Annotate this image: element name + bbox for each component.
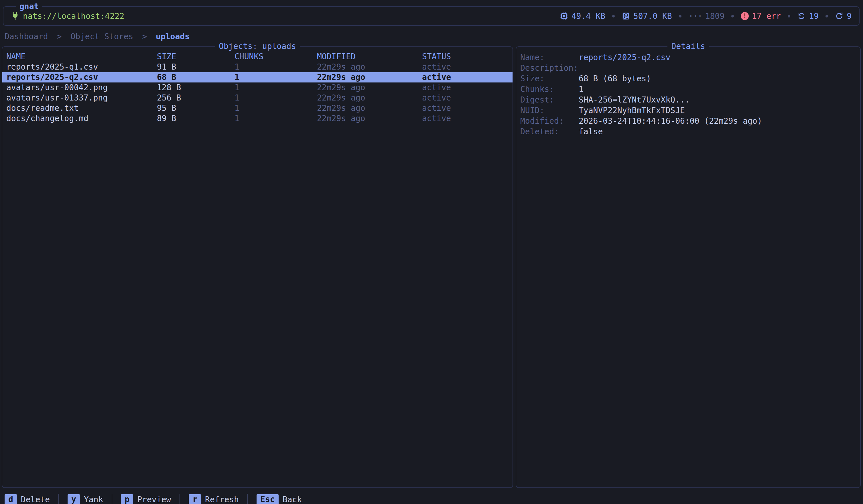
table-row[interactable]: reports/2025-q1.csv 91 B 1 22m29s ago ac… xyxy=(2,62,513,72)
keybinding[interactable]: y Yank xyxy=(67,494,103,504)
stat-errors: ! 17 err xyxy=(741,11,781,21)
cell-name: avatars/usr-01337.png xyxy=(6,93,157,103)
keybar-separator xyxy=(247,494,248,504)
breadcrumb-separator: > xyxy=(142,32,147,41)
cell-status: active xyxy=(422,83,509,93)
cell-name: docs/readme.txt xyxy=(6,103,157,113)
field-label: Modified: xyxy=(520,116,579,126)
keybinding-label: Delete xyxy=(21,495,50,504)
keybar: d Delete y Yank p Preview r Refresh Esc … xyxy=(4,494,863,504)
cell-modified: 22m29s ago xyxy=(317,83,422,93)
cell-name: reports/2025-q2.csv xyxy=(6,72,157,83)
keycap[interactable]: y xyxy=(67,494,80,504)
cell-chunks: 1 xyxy=(235,83,317,93)
table-row[interactable]: docs/changelog.md 89 B 1 22m29s ago acti… xyxy=(2,113,513,124)
details-field: NUID: TyaNVP22NyhBmTkFxTDSJE xyxy=(520,105,856,116)
dot-separator xyxy=(731,15,734,17)
stat-in-bytes-value: 49.4 KB xyxy=(572,11,605,21)
field-label: Description: xyxy=(520,63,579,73)
field-label: Name: xyxy=(520,52,579,63)
details-field: Digest: SHA-256=lZYNt7UxvXkQ... xyxy=(520,94,856,105)
field-label: Size: xyxy=(520,73,579,84)
dot-separator xyxy=(612,15,615,17)
cell-size: 91 B xyxy=(157,62,235,72)
cell-status: active xyxy=(422,103,509,113)
cell-size: 95 B xyxy=(157,103,235,113)
cell-status: active xyxy=(422,72,509,83)
objects-table: NAME SIZE CHUNKS MODIFIED STATUS reports… xyxy=(2,52,513,124)
keybinding[interactable]: p Preview xyxy=(121,494,171,504)
cell-name: docs/changelog.md xyxy=(6,113,157,124)
details-field: Size: 68 B (68 bytes) xyxy=(520,73,856,84)
column-header-size: SIZE xyxy=(157,52,235,62)
table-row[interactable]: avatars/usr-00042.png 128 B 1 22m29s ago… xyxy=(2,83,513,93)
keybinding-label: Refresh xyxy=(205,495,239,504)
breadcrumb-item-dashboard[interactable]: Dashboard xyxy=(4,32,48,41)
cell-chunks: 1 xyxy=(235,72,317,83)
cell-size: 128 B xyxy=(157,83,235,93)
keybar-separator xyxy=(59,494,59,504)
column-header-name: NAME xyxy=(6,52,157,62)
details-panel-title: Details xyxy=(667,41,709,51)
keycap[interactable]: Esc xyxy=(257,494,279,504)
table-row[interactable]: reports/2025-q2.csv 68 B 1 22m29s ago ac… xyxy=(2,72,513,83)
details-field: Chunks: 1 xyxy=(520,84,856,94)
cell-modified: 22m29s ago xyxy=(317,113,422,124)
field-label: Digest: xyxy=(520,94,579,105)
error-icon: ! xyxy=(741,12,749,20)
keybinding-label: Yank xyxy=(84,495,103,504)
table-row[interactable]: avatars/usr-01337.png 256 B 1 22m29s ago… xyxy=(2,93,513,103)
keybar-separator xyxy=(179,494,180,504)
field-label: Deleted: xyxy=(520,126,579,137)
connection-status: nats://localhost:4222 xyxy=(11,11,124,21)
cell-chunks: 1 xyxy=(235,62,317,72)
objects-panel: Objects: uploads NAME SIZE CHUNKS MODIFI… xyxy=(2,46,513,488)
messages-icon: ··· xyxy=(688,12,702,20)
cell-name: avatars/usr-00042.png xyxy=(6,83,157,93)
cell-size: 256 B xyxy=(157,93,235,103)
cell-status: active xyxy=(422,93,509,103)
breadcrumb: Dashboard > Object Stores > uploads xyxy=(4,32,863,41)
table-header-row: NAME SIZE CHUNKS MODIFIED STATUS xyxy=(2,52,513,62)
breadcrumb-item-object-stores[interactable]: Object Stores xyxy=(71,32,133,41)
field-label: NUID: xyxy=(520,105,579,116)
table-body: reports/2025-q1.csv 91 B 1 22m29s ago ac… xyxy=(2,62,513,124)
keybinding-label: Preview xyxy=(137,495,171,504)
connection-url: nats://localhost:4222 xyxy=(23,11,124,21)
dot-separator xyxy=(788,15,790,17)
details-panel: Details Name: reports/2025-q2.csv Descri… xyxy=(516,46,861,488)
stat-out-bytes: 507.0 KB xyxy=(622,11,672,21)
dot-separator xyxy=(825,15,828,17)
cell-chunks: 1 xyxy=(235,113,317,124)
details-field: Deleted: false xyxy=(520,126,856,137)
keybar-separator xyxy=(112,494,112,504)
field-value: 1 xyxy=(579,84,584,94)
keycap[interactable]: d xyxy=(4,494,17,504)
stat-subscriptions: 19 xyxy=(797,11,818,21)
breadcrumb-separator: > xyxy=(57,32,62,41)
keybinding[interactable]: Esc Back xyxy=(257,494,302,504)
details-field: Modified: 2026-03-24T10:44:16-06:00 (22m… xyxy=(520,116,856,126)
keybinding[interactable]: d Delete xyxy=(4,494,50,504)
field-label: Chunks: xyxy=(520,84,579,94)
field-value: false xyxy=(579,126,603,137)
keycap[interactable]: r xyxy=(189,494,201,504)
cell-modified: 22m29s ago xyxy=(317,62,422,72)
main-content: Objects: uploads NAME SIZE CHUNKS MODIFI… xyxy=(2,46,861,488)
cell-modified: 22m29s ago xyxy=(317,103,422,113)
objects-panel-title: Objects: uploads xyxy=(215,41,300,51)
cell-modified: 22m29s ago xyxy=(317,72,422,83)
cell-status: active xyxy=(422,113,509,124)
sync-icon xyxy=(797,12,806,20)
field-value: TyaNVP22NyhBmTkFxTDSJE xyxy=(579,105,685,116)
keybinding[interactable]: r Refresh xyxy=(189,494,239,504)
cell-name: reports/2025-q1.csv xyxy=(6,62,157,72)
stat-out-bytes-value: 507.0 KB xyxy=(633,11,672,21)
field-value: 68 B (68 bytes) xyxy=(579,73,651,84)
keybinding-label: Back xyxy=(283,495,302,504)
plug-icon xyxy=(11,12,20,20)
table-row[interactable]: docs/readme.txt 95 B 1 22m29s ago active xyxy=(2,103,513,113)
stat-reconnects-value: 9 xyxy=(847,11,852,21)
details-field: Description: xyxy=(520,63,856,73)
keycap[interactable]: p xyxy=(121,494,133,504)
